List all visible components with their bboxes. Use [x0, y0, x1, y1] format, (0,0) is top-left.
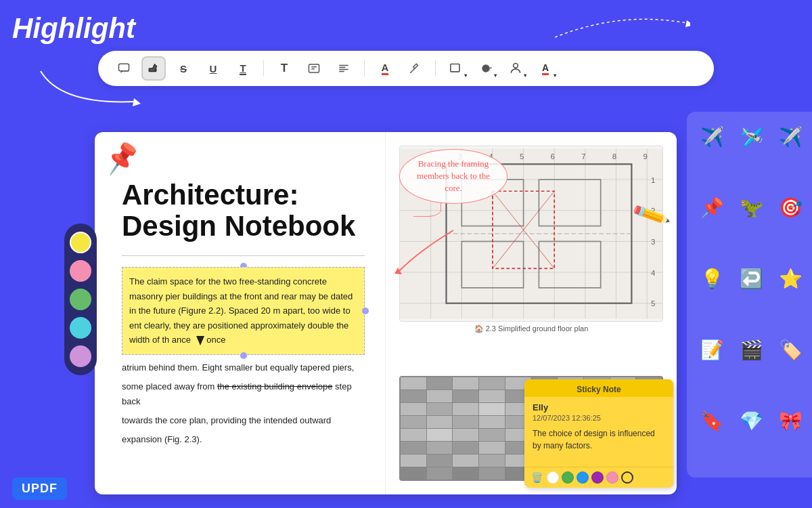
toolbar-font-color[interactable]: A	[373, 56, 397, 81]
color-yellow[interactable]	[70, 232, 91, 253]
text-icon: T	[281, 62, 288, 75]
sticky-note-header: Sticky Note	[524, 379, 673, 397]
sticker-arrow-turn[interactable]: ↩️	[734, 262, 768, 296]
floor-plan-caption: 🏠 2.3 Simplified ground floor plan	[399, 324, 663, 333]
sticky-note-footer: 🗑️	[524, 467, 673, 488]
sticker-dino[interactable]: 🦖	[734, 191, 768, 225]
svg-point-7	[514, 64, 518, 68]
sticker-clap[interactable]: 🎬	[734, 333, 768, 366]
speech-bubble: Bracing the framing members back to the …	[399, 149, 508, 204]
font-color-icon: A	[382, 62, 389, 75]
sticker-ribbon[interactable]: 🎀	[773, 404, 807, 438]
highlight-label: Highlight	[12, 12, 135, 45]
deco-curve	[555, 10, 690, 51]
toolbar-person[interactable]: ▾	[503, 56, 528, 81]
doc-text-3: towards the core plan, providing the int…	[122, 413, 365, 428]
toolbar-fill[interactable]: ▾	[474, 56, 498, 81]
svg-text:5: 5	[520, 152, 524, 161]
svg-marker-1	[133, 98, 141, 106]
stickers-panel: ✈️ 🛩️ ✈️ 📌 🦖 🎯 💡 ↩️ ⭐ 📝 🎬 🏷️ 🔖 💎 🎀	[687, 112, 812, 478]
doc-text-2: some placed away from the existing build…	[122, 379, 365, 409]
svg-text:1: 1	[651, 176, 655, 184]
pen-color-icon: A	[542, 62, 549, 75]
sticky-note-body: Elly 12/07/2023 12:36:25 The choice of d…	[524, 397, 673, 467]
svg-text:5: 5	[651, 299, 655, 308]
sticker-gem[interactable]: 💎	[734, 404, 768, 438]
toolbar-align[interactable]	[332, 56, 356, 81]
updf-logo: UPDF	[12, 478, 67, 500]
doc-left-panel: Architecture: Design Notebook The claim …	[95, 132, 386, 494]
sticker-plane1[interactable]: ✈️	[695, 120, 729, 154]
strikethrough-icon: S	[180, 63, 187, 75]
color-pink[interactable]	[70, 260, 91, 282]
divider-1	[263, 60, 264, 77]
sticker-plane2[interactable]: 🛩️	[734, 120, 768, 154]
text-cursor	[196, 336, 204, 345]
svg-text:3: 3	[651, 238, 655, 246]
fill-arrow: ▾	[494, 72, 497, 79]
color-palette	[64, 224, 97, 375]
svg-text:6: 6	[551, 152, 555, 161]
doc-text-1: atrium behind them. Eight smaller but eq…	[122, 360, 365, 375]
sticky-color-yellow[interactable]	[621, 471, 633, 484]
svg-text:9: 9	[643, 152, 647, 161]
stickers-label: Stickers	[587, 58, 687, 87]
sticky-note-content[interactable]: The choice of design is influenced by ma…	[533, 427, 665, 461]
sticky-note-delete[interactable]: 🗑️	[531, 472, 543, 483]
sticky-note-title: Sticky Note	[533, 385, 665, 394]
color-green[interactable]	[70, 289, 91, 310]
sticky-note-author: Elly	[533, 402, 665, 412]
pin-sticker: 📌	[102, 140, 141, 177]
toolbar-underline[interactable]: U	[201, 56, 225, 81]
toolbar-shapes[interactable]: ▾	[444, 56, 468, 81]
svg-marker-0	[685, 20, 690, 27]
sticky-note: Sticky Note Elly 12/07/2023 12:36:25 The…	[524, 379, 673, 488]
svg-text:7: 7	[581, 152, 585, 161]
sticky-color-pink[interactable]	[606, 471, 618, 484]
svg-text:8: 8	[612, 152, 616, 161]
underline2-icon: T	[240, 62, 246, 75]
strikethrough-text: the existing building envelope	[217, 381, 333, 391]
doc-text-4: expansion (Fig. 2.3).	[122, 432, 365, 447]
toolbar-underline2[interactable]: T	[231, 56, 255, 81]
person-arrow: ▾	[524, 72, 526, 79]
underline-icon: U	[210, 63, 217, 75]
handle-bottom[interactable]	[240, 352, 247, 359]
pen-color-arrow: ▾	[554, 72, 556, 79]
divider-3	[435, 60, 436, 77]
color-lavender[interactable]	[70, 345, 91, 367]
toolbar-pen[interactable]	[403, 56, 427, 81]
sticky-color-purple[interactable]	[591, 471, 604, 484]
doc-title: Architecture: Design Notebook	[122, 179, 365, 242]
color-cyan[interactable]	[70, 317, 91, 339]
svg-text:4: 4	[651, 269, 656, 277]
divider-2	[364, 60, 365, 77]
doc-divider	[122, 255, 365, 256]
sticker-target[interactable]: 🎯	[773, 191, 807, 225]
sticky-note-date: 12/07/2023 12:36:25	[533, 414, 665, 422]
sticker-plane3[interactable]: ✈️	[773, 120, 807, 154]
sticky-color-green[interactable]	[562, 471, 574, 484]
toolbar-text[interactable]: T	[272, 56, 296, 81]
sticky-note-colors	[547, 471, 633, 484]
handle-right[interactable]	[362, 308, 369, 314]
sticky-color-white[interactable]	[547, 471, 559, 484]
sticker-bulb[interactable]: 💡	[695, 262, 729, 296]
sticker-star[interactable]: ⭐	[773, 262, 807, 296]
sticker-tag[interactable]: 🏷️	[773, 333, 807, 366]
sticker-pencil[interactable]: 📝	[695, 333, 729, 366]
sticker-pin[interactable]: 📌	[695, 191, 729, 225]
shapes-arrow: ▾	[464, 72, 467, 79]
svg-rect-5	[451, 64, 459, 71]
svg-point-6	[482, 64, 489, 72]
highlighted-text: The claim space for the two free-standin…	[122, 267, 365, 354]
toolbar-pen-color[interactable]: A ▾	[533, 56, 558, 81]
highlight-region: The claim space for the two free-standin…	[122, 267, 365, 354]
toolbar-text-box[interactable]	[302, 56, 326, 81]
highlight-arrow	[20, 64, 176, 112]
sticker-label[interactable]: 🔖	[695, 404, 729, 438]
sticky-color-blue[interactable]	[577, 471, 589, 484]
